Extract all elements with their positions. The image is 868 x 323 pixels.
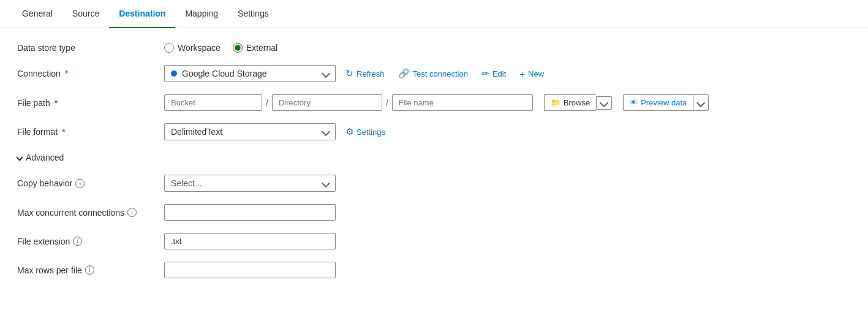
file-path-required: * (55, 98, 58, 108)
edit-button[interactable]: ✏ Edit (478, 66, 510, 82)
max-concurrent-connections-controls (164, 204, 336, 221)
tab-mapping[interactable]: Mapping (175, 0, 228, 28)
radio-external[interactable]: External (233, 43, 277, 53)
connection-controls: Google Cloud Storage ↻ Refresh 🔗 Test co… (164, 65, 548, 82)
browse-chevron-icon (600, 98, 608, 107)
max-concurrent-connections-input[interactable] (164, 204, 336, 221)
connection-status-dot (171, 70, 177, 77)
test-connection-label: Test connection (413, 69, 468, 78)
file-path-label: File path * (17, 98, 164, 108)
preview-button[interactable]: 👁 Preview data (624, 95, 693, 110)
filename-input[interactable] (392, 94, 533, 111)
directory-input[interactable] (272, 94, 382, 111)
max-concurrent-info-icon: i (127, 208, 137, 217)
connection-dropdown[interactable]: Google Cloud Storage (164, 65, 336, 82)
data-store-type-label: Data store type (17, 43, 164, 53)
copy-behavior-placeholder: Select... (171, 178, 202, 188)
max-rows-info-icon: i (85, 265, 94, 275)
advanced-label: Advanced (26, 153, 64, 162)
file-extension-label: File extension i (17, 237, 164, 246)
tab-bar: General Source Destination Mapping Setti… (0, 0, 868, 28)
copy-behavior-row: Copy behavior i Select... (17, 175, 851, 192)
connection-required: * (65, 69, 68, 78)
tab-source[interactable]: Source (62, 0, 109, 28)
file-format-row: File format * DelimitedText ⚙ Settings (17, 123, 851, 140)
file-extension-info-icon: i (73, 237, 82, 246)
radio-external-label: External (246, 43, 277, 53)
refresh-button[interactable]: ↻ Refresh (342, 66, 388, 82)
file-format-chevron-icon (322, 127, 330, 136)
tab-general[interactable]: General (12, 0, 62, 28)
file-path-group: / / (164, 94, 533, 111)
max-rows-per-file-controls (164, 262, 336, 278)
path-separator-1: / (262, 98, 272, 108)
data-store-type-controls: Workspace External (164, 43, 277, 53)
file-path-row: File path * / / 📁 Browse (17, 94, 851, 111)
tab-settings[interactable]: Settings (228, 0, 279, 28)
tab-destination[interactable]: Destination (109, 0, 175, 28)
radio-workspace-label: Workspace (178, 43, 221, 53)
max-rows-per-file-row: Max rows per file i (17, 262, 851, 278)
browse-button[interactable]: 📁 Browse (544, 94, 596, 111)
bucket-input[interactable] (164, 94, 262, 111)
copy-behavior-info-icon: i (75, 179, 85, 188)
radio-workspace[interactable]: Workspace (164, 43, 221, 53)
path-separator-2: / (382, 98, 392, 108)
connection-label: Connection * (17, 69, 164, 78)
file-path-controls: / / 📁 Browse 👁 Preview data (164, 94, 709, 111)
file-format-dropdown[interactable]: DelimitedText (164, 123, 336, 140)
file-extension-row: File extension i (17, 233, 851, 249)
settings-button[interactable]: ⚙ Settings (342, 124, 389, 140)
file-format-required: * (62, 127, 65, 137)
radio-group: Workspace External (164, 43, 277, 53)
preview-chevron-button[interactable] (693, 97, 708, 109)
new-button[interactable]: + New (516, 66, 548, 82)
connection-chevron-icon (322, 69, 330, 78)
test-connection-button[interactable]: 🔗 Test connection (394, 66, 472, 82)
browse-chevron-button[interactable] (596, 96, 612, 110)
advanced-chevron-icon (16, 154, 23, 161)
browse-label: Browse (564, 98, 590, 107)
max-rows-per-file-label: Max rows per file i (17, 265, 164, 275)
copy-behavior-controls: Select... (164, 175, 336, 192)
preview-group: 👁 Preview data (623, 94, 709, 111)
copy-behavior-label: Copy behavior i (17, 178, 164, 188)
max-concurrent-connections-row: Max concurrent connections i (17, 204, 851, 221)
refresh-icon: ↻ (345, 68, 353, 79)
edit-label: Edit (492, 69, 506, 78)
new-label: New (528, 69, 544, 78)
file-format-controls: DelimitedText ⚙ Settings (164, 123, 389, 140)
form-area: Data store type Workspace External Conne… (0, 28, 868, 305)
preview-icon: 👁 (630, 98, 638, 107)
radio-workspace-input[interactable] (164, 43, 174, 53)
data-store-type-row: Data store type Workspace External (17, 43, 851, 53)
file-extension-controls (164, 233, 336, 249)
settings-label: Settings (357, 127, 385, 137)
file-extension-input[interactable] (164, 233, 336, 249)
preview-label: Preview data (641, 98, 687, 107)
file-format-value: DelimitedText (171, 127, 222, 137)
max-concurrent-connections-label: Max concurrent connections i (17, 208, 164, 218)
test-connection-icon: 🔗 (398, 68, 410, 79)
advanced-toggle[interactable]: Advanced (17, 153, 851, 162)
connection-value: Google Cloud Storage (182, 69, 267, 78)
file-format-label: File format * (17, 127, 164, 137)
refresh-label: Refresh (357, 69, 385, 78)
new-icon: + (519, 69, 525, 79)
browse-group: 📁 Browse (544, 94, 612, 111)
browse-icon: 📁 (551, 98, 560, 107)
edit-icon: ✏ (481, 68, 489, 79)
copy-behavior-chevron-icon (322, 179, 330, 188)
preview-chevron-icon (696, 98, 705, 107)
max-rows-per-file-input[interactable] (164, 262, 336, 278)
radio-external-input[interactable] (233, 43, 243, 53)
connection-row: Connection * Google Cloud Storage ↻ Refr… (17, 65, 851, 82)
copy-behavior-dropdown[interactable]: Select... (164, 175, 336, 192)
settings-icon: ⚙ (345, 126, 353, 137)
